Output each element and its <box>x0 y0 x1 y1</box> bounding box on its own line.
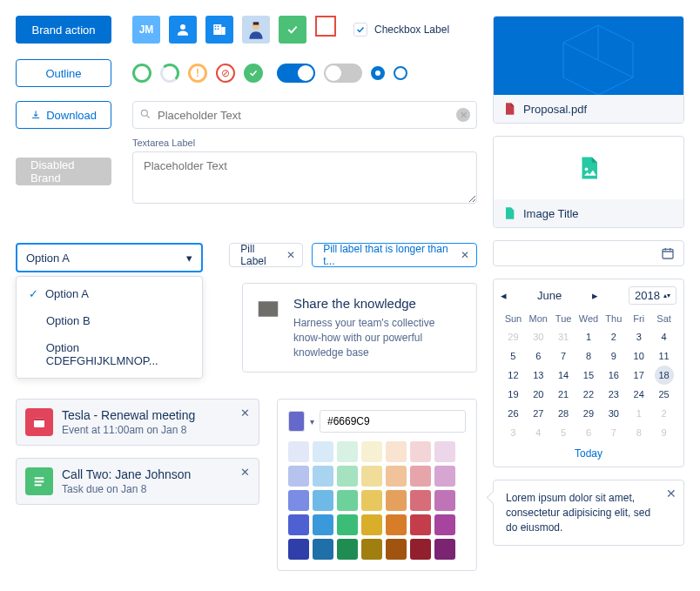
calendar-day[interactable]: 15 <box>576 366 602 385</box>
task-card[interactable]: Call Two: Jane JohnsonTask due on Jan 8 … <box>16 458 259 505</box>
calendar-day[interactable]: 8 <box>576 346 602 366</box>
color-swatch[interactable] <box>361 466 382 487</box>
calendar-day[interactable]: 4 <box>651 327 676 346</box>
prev-month-button[interactable]: ◂ <box>501 289 507 302</box>
calendar-day[interactable]: 6 <box>526 346 551 366</box>
date-input[interactable] <box>493 240 684 266</box>
calendar-day[interactable]: 25 <box>651 385 676 404</box>
calendar-day[interactable]: 30 <box>526 327 551 346</box>
color-swatch[interactable] <box>410 490 431 511</box>
calendar-day[interactable]: 12 <box>501 366 526 385</box>
color-swatch-selected[interactable] <box>288 411 305 432</box>
color-swatch[interactable] <box>313 441 333 462</box>
media-card-image[interactable]: Image Title <box>493 136 684 228</box>
color-swatch[interactable] <box>337 490 358 511</box>
color-swatch[interactable] <box>361 539 382 560</box>
color-swatch[interactable] <box>288 490 309 511</box>
color-swatch[interactable] <box>288 441 309 462</box>
today-link[interactable]: Today <box>501 442 676 460</box>
calendar-day[interactable]: 31 <box>551 327 576 346</box>
color-swatch[interactable] <box>361 490 382 511</box>
year-stepper[interactable]: 2018 ▴▾ <box>629 286 676 305</box>
calendar-day[interactable]: 21 <box>551 385 576 404</box>
outline-button[interactable]: Outline <box>16 59 111 87</box>
calendar-day[interactable]: 9 <box>651 423 676 442</box>
toggle-on[interactable] <box>277 64 315 83</box>
color-swatch[interactable] <box>410 466 431 487</box>
combobox-option[interactable]: Option CDEFGHIJKLMNOP... <box>17 334 202 374</box>
calendar-day[interactable]: 26 <box>501 404 526 423</box>
pill-long[interactable]: Pill label that is longer than t...✕ <box>312 243 477 267</box>
close-icon[interactable]: ✕ <box>461 249 469 261</box>
color-swatch[interactable] <box>434 539 455 560</box>
color-swatch[interactable] <box>337 466 358 487</box>
color-swatch[interactable] <box>337 539 358 560</box>
combobox-trigger[interactable]: Option A ▾ <box>16 243 203 272</box>
color-swatch[interactable] <box>410 539 431 560</box>
calendar-day[interactable]: 11 <box>651 346 676 366</box>
checkbox[interactable] <box>353 23 367 37</box>
calendar-day[interactable]: 13 <box>526 366 551 385</box>
calendar-day[interactable]: 5 <box>551 423 576 442</box>
combobox-option[interactable]: Option B <box>17 307 202 334</box>
calendar-day[interactable]: 17 <box>626 366 651 385</box>
toggle-off[interactable] <box>324 64 362 83</box>
color-swatch[interactable] <box>361 514 382 535</box>
close-icon[interactable]: ✕ <box>286 249 295 261</box>
color-swatch[interactable] <box>386 490 407 511</box>
close-icon[interactable]: ✕ <box>666 486 676 503</box>
media-card-pdf[interactable]: Proposal.pdf <box>493 16 684 124</box>
calendar-day[interactable]: 20 <box>526 385 551 404</box>
color-swatch[interactable] <box>337 514 358 535</box>
calendar-day[interactable]: 8 <box>626 423 651 442</box>
calendar-day[interactable]: 1 <box>576 327 602 346</box>
calendar-day[interactable]: 29 <box>576 404 602 423</box>
color-swatch[interactable] <box>410 514 431 535</box>
brand-action-button[interactable]: Brand action <box>16 16 111 44</box>
calendar-day[interactable]: 9 <box>601 346 626 366</box>
color-swatch[interactable] <box>313 539 333 560</box>
calendar-day[interactable]: 3 <box>626 327 651 346</box>
download-button[interactable]: Download <box>16 101 111 129</box>
calendar-day[interactable]: 18 <box>655 366 674 385</box>
color-swatch[interactable] <box>313 466 333 487</box>
color-swatch[interactable] <box>434 514 455 535</box>
color-swatch[interactable] <box>361 441 382 462</box>
hex-input[interactable] <box>320 410 466 433</box>
chevron-down-icon[interactable]: ▾ <box>310 417 314 426</box>
calendar-day[interactable]: 2 <box>651 404 676 423</box>
calendar-day[interactable]: 6 <box>576 423 602 442</box>
calendar-day[interactable]: 3 <box>501 423 526 442</box>
calendar-day[interactable]: 5 <box>501 346 526 366</box>
color-swatch[interactable] <box>434 490 455 511</box>
calendar-day[interactable]: 16 <box>601 366 626 385</box>
color-swatch[interactable] <box>313 490 333 511</box>
radio-selected[interactable] <box>371 66 385 80</box>
color-swatch[interactable] <box>410 441 431 462</box>
calendar-day[interactable]: 22 <box>576 385 602 404</box>
calendar-day[interactable]: 7 <box>551 346 576 366</box>
color-swatch[interactable] <box>386 466 407 487</box>
color-swatch[interactable] <box>434 441 455 462</box>
color-swatch[interactable] <box>288 466 309 487</box>
close-icon[interactable]: ✕ <box>240 406 250 420</box>
calendar-day[interactable]: 4 <box>526 423 551 442</box>
calendar-day[interactable]: 30 <box>601 404 626 423</box>
pill-short[interactable]: Pill Label✕ <box>229 243 303 267</box>
calendar-day[interactable]: 29 <box>501 327 526 346</box>
calendar-day[interactable]: 19 <box>501 385 526 404</box>
radio-unselected[interactable] <box>394 66 407 80</box>
calendar-day[interactable]: 14 <box>551 366 576 385</box>
color-swatch[interactable] <box>386 441 407 462</box>
event-card[interactable]: Tesla - Renewal meetingEvent at 11:00am … <box>16 399 259 446</box>
clear-icon[interactable]: ✕ <box>456 108 470 122</box>
color-swatch[interactable] <box>288 514 309 535</box>
calendar-day[interactable]: 28 <box>551 404 576 423</box>
color-swatch[interactable] <box>288 539 309 560</box>
color-swatch[interactable] <box>386 539 407 560</box>
calendar-day[interactable]: 23 <box>601 385 626 404</box>
close-icon[interactable]: ✕ <box>240 466 250 479</box>
color-swatch[interactable] <box>337 441 358 462</box>
calendar-day[interactable]: 1 <box>626 404 651 423</box>
calendar-day[interactable]: 2 <box>601 327 626 346</box>
